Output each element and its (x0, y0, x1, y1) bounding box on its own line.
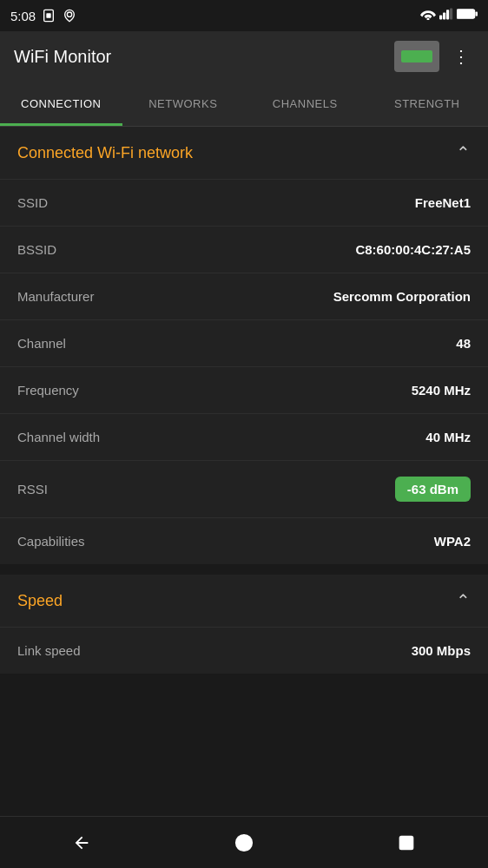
tab-connection[interactable]: CONNECTION (0, 82, 122, 126)
manufacturer-row: Manufacturer Sercomm Corporation (0, 273, 488, 319)
svg-rect-5 (443, 12, 445, 19)
manufacturer-label: Manufacturer (17, 289, 94, 304)
status-bar-right (420, 8, 478, 23)
svg-rect-10 (475, 11, 478, 16)
rssi-label: RSSI (17, 482, 48, 496)
signal-strength-button[interactable] (394, 41, 439, 72)
link-speed-value: 300 Mbps (412, 643, 471, 658)
status-bar-left: 5:08 (10, 8, 77, 23)
location-icon (62, 8, 77, 23)
speed-title: Speed (17, 592, 63, 610)
section-divider (0, 568, 488, 575)
tab-bar: CONNECTION NETWORKS CHANNELS STRENGTH (0, 82, 488, 127)
channel-value: 48 (456, 336, 471, 351)
status-bar: 5:08 (0, 0, 488, 31)
svg-rect-9 (458, 10, 472, 17)
bottom-nav (0, 816, 488, 868)
bssid-value: C8:60:00:4C:27:A5 (355, 242, 471, 257)
tab-networks[interactable]: NETWORKS (122, 82, 245, 126)
connected-wifi-section: Connected Wi-Fi network ⌃ SSID FreeNet1 … (0, 127, 488, 564)
channel-label: Channel (17, 336, 66, 351)
channel-width-value: 40 MHz (425, 430, 471, 444)
svg-point-11 (236, 834, 252, 850)
link-speed-label: Link speed (17, 643, 81, 658)
back-button[interactable] (64, 825, 99, 860)
home-button[interactable] (227, 825, 261, 860)
bssid-label: BSSID (17, 242, 56, 257)
capabilities-row: Capabilities WPA2 (0, 517, 488, 564)
wifi-status-icon (420, 8, 436, 23)
speed-chevron: ⌃ (456, 590, 471, 611)
link-speed-row: Link speed 300 Mbps (0, 627, 488, 674)
capabilities-value: WPA2 (434, 534, 471, 549)
tab-strength[interactable]: STRENGTH (366, 82, 489, 126)
svg-rect-12 (400, 836, 413, 849)
overflow-menu-button[interactable]: ⋮ (446, 43, 474, 70)
ssid-value: FreeNet1 (415, 195, 471, 210)
app-bar: WiFi Monitor ⋮ (0, 31, 488, 82)
svg-rect-4 (439, 16, 442, 20)
recents-button[interactable] (389, 825, 424, 860)
frequency-row: Frequency 5240 MHz (0, 366, 488, 413)
signal-icon (439, 8, 453, 23)
status-time: 5:08 (10, 9, 36, 23)
channel-row: Channel 48 (0, 319, 488, 366)
rssi-badge: -63 dBm (395, 477, 471, 502)
ssid-row: SSID FreeNet1 (0, 179, 488, 226)
connected-wifi-chevron: ⌃ (456, 142, 471, 163)
svg-rect-1 (47, 13, 51, 17)
connected-wifi-header[interactable]: Connected Wi-Fi network ⌃ (0, 127, 488, 179)
speed-header[interactable]: Speed ⌃ (0, 575, 488, 627)
sim-icon (41, 8, 56, 23)
ssid-label: SSID (17, 195, 48, 210)
manufacturer-value: Sercomm Corporation (333, 289, 471, 304)
svg-point-3 (427, 18, 430, 21)
svg-rect-7 (450, 9, 452, 20)
connected-wifi-title: Connected Wi-Fi network (17, 144, 193, 162)
channel-width-label: Channel width (17, 430, 100, 444)
main-content: Connected Wi-Fi network ⌃ SSID FreeNet1 … (0, 127, 488, 816)
frequency-value: 5240 MHz (412, 383, 471, 398)
capabilities-label: Capabilities (17, 534, 85, 549)
app-bar-actions: ⋮ (394, 41, 474, 72)
svg-point-2 (68, 12, 72, 16)
rssi-row: RSSI -63 dBm (0, 460, 488, 517)
battery-icon (457, 8, 478, 23)
tab-channels[interactable]: CHANNELS (244, 82, 366, 126)
speed-section: Speed ⌃ Link speed 300 Mbps (0, 575, 488, 674)
signal-bars-icon (401, 50, 432, 62)
frequency-label: Frequency (17, 383, 79, 398)
bssid-row: BSSID C8:60:00:4C:27:A5 (0, 226, 488, 273)
app-title: WiFi Monitor (14, 47, 111, 67)
svg-rect-6 (446, 10, 449, 19)
channel-width-row: Channel width 40 MHz (0, 413, 488, 460)
